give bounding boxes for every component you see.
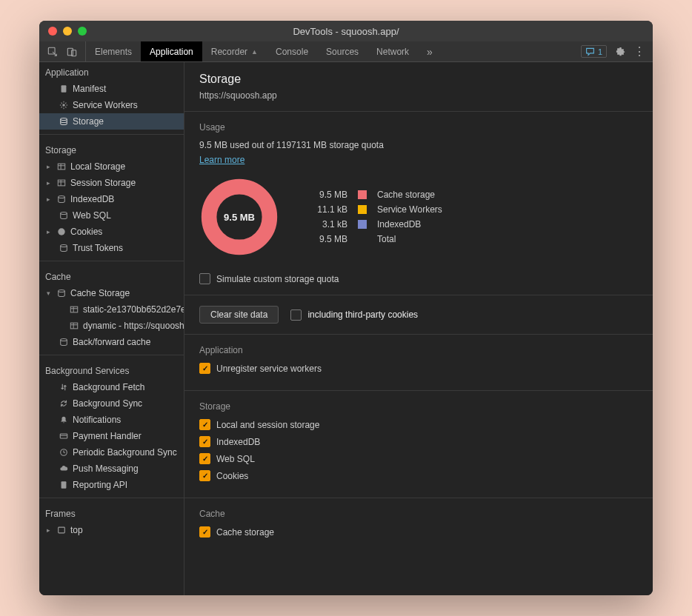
sidebar-item-cache-dynamic[interactable]: dynamic - https://squoosh… xyxy=(39,318,184,334)
tab-sources[interactable]: Sources xyxy=(317,41,367,61)
tab-network[interactable]: Network xyxy=(367,41,418,61)
sidebar-item-cache-static[interactable]: static-2e1370bb652d2e7e… xyxy=(39,301,184,318)
clear-site-data-button[interactable]: Clear site data xyxy=(199,306,279,324)
table-icon xyxy=(69,304,79,315)
svg-point-15 xyxy=(61,338,67,341)
simulate-quota-label: Simulate custom storage quota xyxy=(216,274,339,284)
database-icon xyxy=(59,210,69,221)
sidebar-item-bfcache[interactable]: Back/forward cache xyxy=(39,334,184,350)
device-toolbar-icon[interactable] xyxy=(66,46,78,58)
svg-point-5 xyxy=(61,118,67,120)
sidebar-item-websql[interactable]: Web SQL xyxy=(39,207,184,224)
tab-console[interactable]: Console xyxy=(267,41,317,61)
sidebar-item-frame-top[interactable]: top xyxy=(39,522,184,538)
tab-recorder[interactable]: Recorder▲ xyxy=(202,41,267,61)
sidebar-section-application: Application xyxy=(39,62,184,81)
svg-point-12 xyxy=(59,289,65,292)
database-icon xyxy=(56,194,67,204)
database-icon xyxy=(56,288,67,298)
titlebar: DevTools - squoosh.app/ xyxy=(39,21,653,41)
svg-rect-16 xyxy=(60,434,67,438)
svg-point-11 xyxy=(61,244,67,247)
sidebar-item-trust-tokens[interactable]: Trust Tokens xyxy=(39,240,184,256)
sidebar-item-payment[interactable]: Payment Handler xyxy=(39,428,184,444)
issues-count: 1 xyxy=(598,47,602,56)
cloud-icon xyxy=(59,463,69,474)
sidebar-section-frames: Frames xyxy=(39,503,184,522)
main-panel: Storage https://squoosh.app Usage 9.5 MB… xyxy=(184,62,653,595)
svg-rect-19 xyxy=(59,527,65,533)
window-title: DevTools - squoosh.app/ xyxy=(39,26,653,37)
sidebar-section-bgservices: Background Services xyxy=(39,360,184,379)
tab-application[interactable]: Application xyxy=(141,41,202,61)
usage-legend: 9.5 MBCache storage 11.1 kBService Worke… xyxy=(309,190,442,244)
sidebar-item-bg-fetch[interactable]: Background Fetch xyxy=(39,379,184,395)
sidebar-item-cookies[interactable]: Cookies xyxy=(39,224,184,240)
table-icon xyxy=(56,178,67,188)
table-icon xyxy=(69,321,79,331)
transfer-icon xyxy=(59,382,69,392)
donut-center-label: 9.5 MB xyxy=(199,177,279,257)
sidebar-item-push[interactable]: Push Messaging xyxy=(39,461,184,477)
third-party-checkbox[interactable] xyxy=(290,309,302,321)
sidebar-item-notifications[interactable]: Notifications xyxy=(39,412,184,428)
sidebar-item-storage[interactable]: Storage xyxy=(39,113,184,130)
usage-section: Usage 9.5 MB used out of 1197131 MB stor… xyxy=(184,112,653,295)
issues-badge[interactable]: 1 xyxy=(581,45,607,58)
svg-rect-1 xyxy=(67,48,73,56)
clock-icon xyxy=(59,447,69,458)
tab-elements[interactable]: Elements xyxy=(86,41,141,61)
learn-more-link[interactable]: Learn more xyxy=(199,155,244,165)
svg-point-10 xyxy=(58,228,64,235)
sidebar-item-local-storage[interactable]: Local Storage xyxy=(39,158,184,175)
sidebar-item-indexeddb[interactable]: IndexedDB xyxy=(39,191,184,207)
top-toolbar: Elements Application Recorder▲ Console S… xyxy=(39,41,653,62)
clear-section: Clear site data including third-party co… xyxy=(184,295,653,335)
svg-point-9 xyxy=(61,212,67,214)
svg-point-4 xyxy=(62,104,64,106)
svg-rect-3 xyxy=(61,85,67,92)
sidebar-section-storage: Storage xyxy=(39,139,184,158)
devtools-window: DevTools - squoosh.app/ Elements Applica… xyxy=(39,21,653,595)
legend-swatch-idb xyxy=(358,220,367,229)
sidebar: Application Manifest Service Workers Sto… xyxy=(39,62,184,595)
sidebar-item-periodic-sync[interactable]: Periodic Background Sync xyxy=(39,444,184,461)
simulate-quota-checkbox[interactable] xyxy=(199,273,210,284)
cache-clear-section: Cache Cache storage xyxy=(184,498,653,554)
recorder-indicator-icon: ▲ xyxy=(251,48,258,56)
database-icon xyxy=(59,337,69,347)
chk-local-session[interactable] xyxy=(199,419,210,430)
database-icon xyxy=(59,243,69,253)
more-icon[interactable]: ⋮ xyxy=(633,46,645,58)
sidebar-item-manifest[interactable]: Manifest xyxy=(39,81,184,97)
third-party-label: including third-party cookies xyxy=(307,309,418,320)
chk-unregister-sw[interactable] xyxy=(199,363,210,374)
inspect-icon[interactable] xyxy=(47,46,59,58)
sidebar-item-session-storage[interactable]: Session Storage xyxy=(39,175,184,191)
cookie-icon xyxy=(56,227,67,237)
svg-rect-7 xyxy=(58,180,64,186)
chk-cookies[interactable] xyxy=(199,470,210,481)
sidebar-item-reporting[interactable]: Reporting API xyxy=(39,477,184,493)
sidebar-item-bg-sync[interactable]: Background Sync xyxy=(39,395,184,412)
svg-rect-6 xyxy=(58,164,64,170)
sidebar-item-cache-storage[interactable]: Cache Storage xyxy=(39,285,184,301)
chk-cache-storage[interactable] xyxy=(199,526,210,538)
application-clear-section: Application Unregister service workers xyxy=(184,335,653,391)
svg-rect-14 xyxy=(70,323,77,329)
legend-swatch-cache xyxy=(358,190,367,199)
svg-point-8 xyxy=(59,195,65,198)
tabs-overflow-icon[interactable]: » xyxy=(418,41,442,61)
chk-indexeddb[interactable] xyxy=(199,436,210,447)
usage-summary: 9.5 MB used out of 1197131 MB storage qu… xyxy=(199,140,638,150)
card-icon xyxy=(59,431,69,441)
database-icon xyxy=(59,116,69,127)
usage-donut-chart: 9.5 MB xyxy=(199,177,279,257)
page-title: Storage xyxy=(199,73,638,86)
gear-icon[interactable] xyxy=(614,46,626,58)
sync-icon xyxy=(59,398,69,409)
svg-rect-18 xyxy=(61,481,67,488)
sidebar-item-service-workers[interactable]: Service Workers xyxy=(39,97,184,113)
legend-swatch-sw xyxy=(358,205,367,214)
chk-websql[interactable] xyxy=(199,453,210,464)
